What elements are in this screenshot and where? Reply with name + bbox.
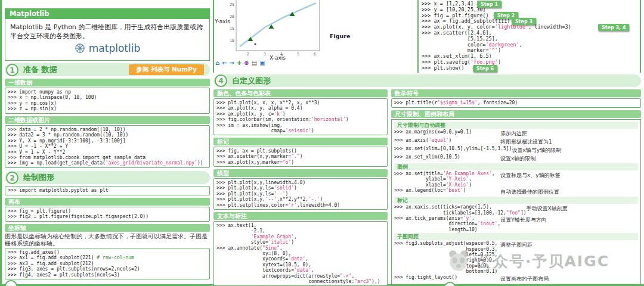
code-text: >>> plt.title(r'$sigma_i=15$', fontsize=… [394, 100, 638, 105]
subsection-math-title: 数学符号 [391, 89, 641, 97]
section-1-header: 1 准备 数据 参阅 列表与 NumPy [5, 63, 210, 76]
figure-panel-left-border [213, 0, 214, 73]
code-note: 设置画布的子图布局 [500, 275, 549, 283]
code-text: >>> ax.text(1, -2.1, 'Example Graph', st… [216, 223, 385, 284]
step-3-badge: Step 3 [512, 18, 536, 25]
figure-label: Figure [330, 33, 350, 39]
group-header-spines: 坐标轴边线 [394, 284, 638, 285]
code-text: >>> fig.add_axes() >>> ax1 = fig.add_sub… [8, 250, 207, 278]
axes-note: 图形是以坐标轴为核心绘制的，大多数情况下，子图就可以满足需求。子图是栅格系统的坐… [5, 233, 210, 247]
code-block-markers: >>> fig, ax = plt.subplots() >>> ax.scat… [213, 147, 388, 167]
code-row: >>> fig.tight_layout() 设置画布的子图布局 [394, 275, 638, 283]
intro-card-description: Matplotlib 是 Python 的二维绘图库，用于生成符合出版质量或跨平… [10, 23, 205, 41]
section-2-number: 2 [6, 172, 18, 184]
code-block-import: >>> import matplotlib.pyplot as plt [5, 186, 210, 195]
code-block-annotations: >>> ax.text(1, -2.1, 'Example Graph', st… [213, 221, 388, 286]
y-tick-label: 15 [230, 26, 234, 31]
x-tick-label: 3 [264, 52, 266, 57]
section-2-title: 绘制图形 [23, 172, 54, 183]
code-note: 设置x轴与y轴的限制 [512, 146, 561, 154]
scatter-dot [254, 43, 256, 45]
pan-icon[interactable]: + [237, 60, 242, 66]
see-also-badge[interactable]: 参阅 列表与 NumPy [129, 64, 204, 75]
code-text: >>> plt.plot(x, x, x, x**2, x, x**3) >>>… [216, 100, 385, 133]
code-block-2d-data: >>> data = 2 * np.random.random((10, 10)… [5, 125, 210, 168]
subsection-markers-title: 标记 [213, 138, 388, 145]
code-note: 设置Y轴长度与方向 [500, 216, 547, 224]
code-text: >>> data = 2 * np.random.random((10, 10)… [8, 127, 207, 166]
code-text: >>> plt.plot(x,y,linewidth=4.0) >>> plt.… [216, 180, 385, 208]
y-tick-label: 20 [230, 14, 234, 19]
code-text: >>> fig, ax = plt.subplots() >>> ax.scat… [216, 148, 385, 165]
subplots-icon[interactable]: ▤ [252, 60, 257, 66]
section-1-title: 准备 数据 [23, 64, 57, 75]
y-tick-label: 25 [230, 2, 234, 7]
code-row: >>> ax.set(title='An Example Axes', ylab… [394, 171, 638, 188]
code-text: >>> ax.legend(loc='best') [394, 188, 500, 193]
section-1-number: 1 [6, 64, 18, 76]
panda-logo-icon [446, 248, 471, 273]
code-text: >>> import numpy as np >>> x = np.linspa… [8, 89, 207, 112]
code-text: >>> ax.tick_params(axis='y', direction='… [394, 216, 500, 232]
code-row: >>> ax.axis('equal') 将图形纵横比设置为1 [394, 138, 638, 146]
code-row: >>> ax.legend(loc='best') 自动选择最佳的图例位置 [394, 188, 638, 196]
figure-toolbar: ⌂ ← → + ⊕ ▤ ▣ [215, 60, 265, 66]
subsection-1d-data-title: 一维数据 [5, 79, 210, 86]
code-row: >>> ax.margins(x=0.0,y=0.1) 添加内边距 [394, 129, 638, 138]
step-6-badge: Step 6 [473, 65, 497, 72]
code-block-linestyles: >>> plt.plot(x,y,linewidth=4.0) >>> plt.… [213, 178, 388, 210]
code-block-math: >>> plt.title(r'$sigma_i=15$', fontsize=… [391, 98, 641, 108]
watermark-text: 公众号·予贝AIGC [477, 251, 609, 271]
group-header-limits: 尺寸限制与自动调整 [394, 122, 638, 129]
code-text: >>> fig.tight_layout() [394, 275, 500, 280]
code-text: >>> import matplotlib.pyplot as plt [8, 188, 207, 193]
page-left-border [0, 0, 2, 286]
y-tick-label: 10 [230, 38, 234, 43]
code-note: 设置标题与x、y轴的标签 [500, 171, 561, 179]
figure-panel-divider [417, 0, 419, 73]
group-header-ticks: 标记 [394, 197, 638, 204]
code-row: >>> ax.set_xlim(0,10.5) 设置x轴的限制 [394, 154, 638, 163]
code-text: >>> fig = plt.figure() >>> fig2 = plt.fi… [8, 209, 207, 220]
subsection-layout-title: 尺寸限制、图例和布局 [391, 110, 641, 118]
forward-icon[interactable]: → [230, 60, 234, 66]
code-block-canvas: >>> fig = plt.figure() >>> fig2 = plt.fi… [5, 207, 210, 222]
matplotlib-logo-icon [75, 43, 85, 54]
matplotlib-logo-text: matplotlib [89, 42, 140, 54]
section-4-number: 4 [215, 74, 227, 87]
code-text: >>> ax.margins(x=0.0,y=0.1) [394, 129, 500, 135]
x-tick-label: 5 [297, 52, 299, 57]
matplotlib-intro-card: Matplotlib Matplotlib 是 Python 的二维绘图库，用于… [5, 8, 210, 61]
code-row: >>> ax.tick_params(axis='y', direction='… [394, 216, 638, 232]
code-text: >>> ax.set(xlim=[0,10.5],ylim=[-1.5,1.5]… [394, 146, 512, 151]
x-tick-label: 2 [247, 52, 249, 57]
subsection-linestyles-title: 线型 [213, 169, 388, 177]
code-text: >>> ax.set(title='An Example Axes', ylab… [394, 171, 500, 188]
step-1-badge: Step 1 [477, 1, 501, 8]
code-row: >>> ax.set(xlim=[0,10.5],ylim=[-1.5,1.5]… [394, 146, 638, 154]
code-note: 手动设置X轴刻度 [527, 204, 568, 213]
code-text: >>> ax.xaxis.set(ticks=range(1,5), tickl… [394, 204, 527, 216]
save-icon[interactable]: ▣ [259, 60, 265, 66]
intro-card-title: Matplotlib [5, 8, 210, 19]
code-text: >>> ax.set_xlim(0,10.5) [394, 154, 500, 160]
x-axis-label: X-axis [270, 55, 286, 61]
code-block-1d-data: >>> import numpy as np >>> x = np.linspa… [5, 88, 210, 114]
x-tick-label: 6 [314, 52, 316, 57]
anatomy-plot: 25 20 15 10 2 3 4 5 6 [225, 0, 333, 58]
home-icon[interactable]: ⌂ [215, 60, 219, 66]
subsection-annotations-title: 文本与标注 [213, 212, 388, 220]
figure-panel-right-border [640, 0, 641, 73]
subsection-2d-data-title: 二维数据或图片 [5, 116, 210, 124]
back-icon[interactable]: ← [222, 60, 227, 66]
group-header-subplot-spacing: 子图间距 [394, 233, 638, 240]
step-3-4-badge: Step 3, 4 [598, 24, 629, 31]
matplotlib-cheatsheet-page: Matplotlib Matplotlib 是 Python 的二维绘图库，用于… [0, 0, 644, 286]
zoom-icon[interactable]: ⊕ [244, 60, 249, 66]
code-note: 将图形纵横比设置为1 [500, 138, 552, 146]
quickstart-code: >>> x = [1,2,3,4] >>> y = [10,20,25,30] … [422, 1, 636, 72]
section-3-number-partial [5, 280, 17, 286]
group-header-legends: 图例 [394, 163, 638, 170]
code-text: >>> ax.axis('equal') [394, 138, 500, 143]
section-2-header: 2 绘制图形 [5, 171, 210, 184]
